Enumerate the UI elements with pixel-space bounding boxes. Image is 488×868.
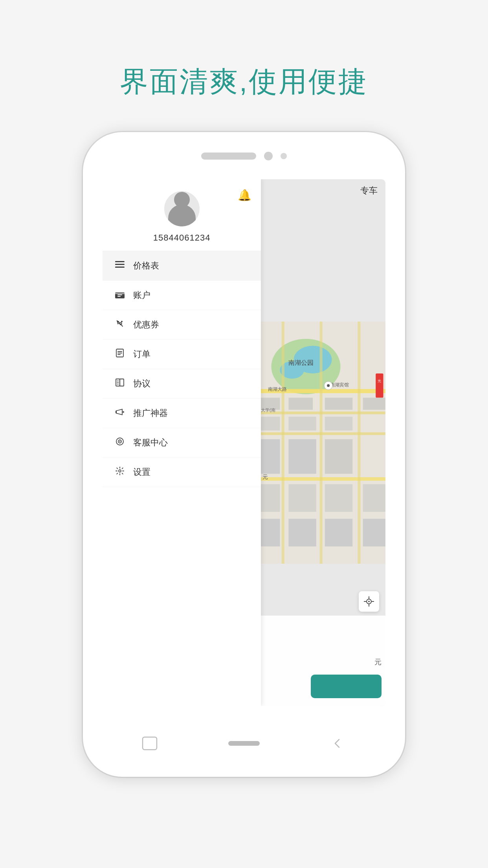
price-label: 元	[374, 657, 382, 667]
phone-camera	[264, 152, 273, 160]
price-list-icon	[114, 260, 126, 271]
settings-label: 设置	[133, 466, 150, 478]
price-list-label: 价格表	[133, 260, 159, 272]
page-title: 界面清爽,使用便捷	[120, 63, 368, 101]
svg-rect-5	[115, 267, 117, 268]
svg-rect-65	[143, 737, 157, 750]
svg-rect-3	[115, 261, 117, 262]
svg-rect-33	[289, 398, 313, 410]
service-label: 客服中心	[133, 437, 168, 449]
phone-dot	[281, 153, 287, 159]
svg-point-9	[121, 321, 123, 322]
menu-item-agreement[interactable]: 协议	[103, 369, 261, 399]
svg-point-20	[119, 470, 121, 472]
user-phone-number: 15844061234	[153, 233, 211, 243]
svg-rect-11	[117, 351, 122, 352]
location-button[interactable]	[359, 591, 379, 612]
svg-rect-48	[325, 519, 352, 546]
svg-rect-4	[115, 264, 117, 265]
coupon-label: 优惠券	[133, 319, 159, 331]
svg-rect-31	[358, 322, 361, 564]
avatar-body	[168, 204, 196, 226]
nav-home-button[interactable]	[220, 734, 268, 753]
svg-rect-43	[289, 484, 316, 512]
phone-bottom-nav	[103, 734, 385, 753]
svg-rect-15	[120, 379, 124, 386]
orders-icon	[114, 349, 126, 360]
svg-rect-47	[289, 519, 316, 546]
svg-rect-34	[325, 398, 352, 410]
menu-list: 价格表 账户	[103, 251, 261, 706]
nav-back-button[interactable]	[126, 734, 173, 753]
svg-text:大学(南: 大学(南	[261, 408, 275, 412]
notification-icon[interactable]: 🔔	[238, 189, 251, 202]
menu-item-service[interactable]: 客服中心	[103, 428, 261, 458]
svg-text:南湖大路: 南湖大路	[268, 386, 287, 392]
menu-item-promote[interactable]: 推广神器	[103, 399, 261, 428]
nav-back-arrow[interactable]	[315, 734, 362, 753]
svg-point-64	[368, 601, 370, 602]
svg-rect-27	[261, 432, 385, 435]
promote-icon	[114, 408, 126, 419]
agreement-icon	[114, 378, 126, 389]
svg-point-19	[119, 441, 121, 442]
svg-rect-29	[282, 322, 284, 564]
avatar-head	[174, 192, 190, 208]
menu-item-settings[interactable]: 设置	[103, 458, 261, 487]
confirm-button[interactable]	[311, 675, 382, 698]
svg-rect-30	[320, 322, 323, 564]
menu-item-coupon[interactable]: 优惠券	[103, 310, 261, 340]
svg-rect-39	[261, 439, 280, 474]
svg-rect-49	[363, 519, 385, 546]
map-tab-label[interactable]: 专车	[360, 185, 378, 197]
svg-rect-8	[117, 296, 121, 297]
phone-top-bar	[201, 152, 287, 160]
svg-point-16	[123, 411, 124, 413]
svg-text:南湖公园: 南湖公园	[289, 359, 314, 366]
sidebar-panel: 🔔 15844061234	[103, 179, 261, 706]
agreement-label: 协议	[133, 378, 150, 390]
svg-rect-42	[261, 484, 280, 512]
bottom-panel: 元	[261, 616, 385, 706]
svg-rect-41	[325, 439, 352, 474]
avatar	[164, 191, 200, 226]
promote-label: 推广神器	[133, 407, 168, 419]
settings-icon	[114, 466, 126, 478]
account-label: 账户	[133, 289, 150, 301]
phone-screen: 🔔 15844061234	[103, 179, 385, 706]
service-icon	[114, 437, 126, 449]
phone-mockup: 🔔 15844061234	[83, 132, 405, 777]
svg-rect-37	[289, 417, 316, 430]
svg-rect-36	[261, 417, 280, 430]
svg-point-56	[327, 384, 330, 387]
menu-item-account[interactable]: 账户	[103, 281, 261, 310]
svg-rect-40	[289, 439, 316, 474]
account-icon	[114, 290, 126, 301]
svg-text:元: 元	[263, 474, 268, 480]
svg-rect-13	[117, 354, 121, 355]
phone-speaker	[201, 153, 256, 160]
svg-rect-12	[117, 353, 122, 353]
svg-rect-28	[261, 477, 385, 481]
svg-text:南湖宾馆: 南湖宾馆	[330, 382, 349, 388]
sidebar-header: 🔔 15844061234	[103, 179, 261, 251]
menu-item-price-list[interactable]: 价格表	[103, 251, 261, 281]
svg-rect-26	[261, 412, 385, 414]
svg-rect-46	[261, 519, 280, 546]
svg-rect-44	[325, 484, 352, 512]
svg-rect-7	[117, 294, 122, 295]
coupon-icon	[114, 319, 126, 330]
orders-label: 订单	[133, 348, 150, 360]
map-panel: 南湖公园 南湖大路 南湖宾馆 大学(南 元 光 专车	[261, 179, 385, 706]
svg-rect-57	[376, 373, 383, 398]
svg-rect-45	[363, 484, 385, 512]
svg-text:光: 光	[378, 379, 381, 383]
svg-rect-35	[363, 398, 385, 410]
menu-item-orders[interactable]: 订单	[103, 340, 261, 369]
svg-rect-38	[325, 417, 352, 430]
